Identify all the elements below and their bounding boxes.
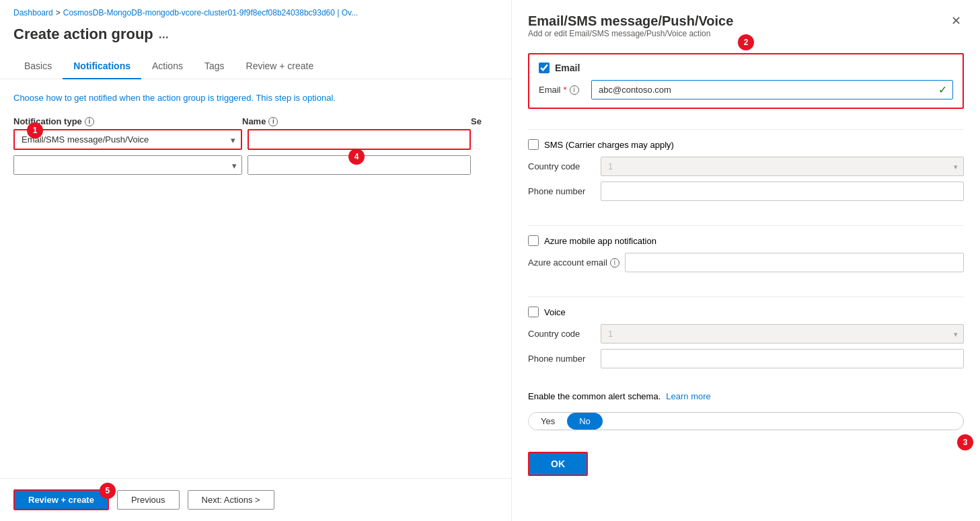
table-row-1: Email/SMS message/Push/Voice ▾ 1 — [13, 129, 498, 150]
tab-tags[interactable]: Tags — [194, 54, 235, 79]
sms-country-row: Country code 1 ▾ — [528, 157, 964, 176]
badge-5: 5 — [100, 483, 116, 499]
review-create-button[interactable]: Review + create — [13, 489, 109, 510]
page-ellipsis[interactable]: ... — [159, 28, 169, 42]
required-star: * — [564, 85, 567, 95]
voice-checkbox-label: Voice — [544, 307, 566, 317]
sms-phone-row: Phone number — [528, 182, 964, 201]
voice-country-select-wrap: 1 ▾ — [601, 324, 964, 344]
sms-checkbox-label: SMS (Carrier charges may apply) — [544, 140, 674, 150]
azure-info-icon[interactable]: i — [610, 258, 619, 268]
alert-schema-label: Enable the common alert schema. — [528, 391, 661, 401]
notification-type-info-icon[interactable]: i — [85, 117, 94, 126]
col-notification-type: Notification type i — [13, 116, 242, 126]
divider-1 — [528, 129, 964, 130]
tab-review-create[interactable]: Review + create — [235, 54, 325, 79]
azure-checkbox-row: Azure mobile app notification — [528, 235, 964, 246]
ok-button[interactable]: OK — [528, 452, 588, 476]
badge-1: 1 — [27, 122, 43, 138]
flyout-panel: Email/SMS message/Push/Voice Add or edit… — [511, 0, 980, 521]
azure-email-label: Azure account email i — [528, 257, 619, 268]
voice-section: Voice Country code 1 ▾ Phone number — [528, 307, 964, 374]
sms-checkbox-row: SMS (Carrier charges may apply) — [528, 139, 964, 150]
voice-phone-label: Phone number — [528, 354, 595, 364]
name-info-icon[interactable]: i — [268, 117, 278, 126]
alert-schema-yes-button[interactable]: Yes — [529, 413, 567, 430]
sms-phone-input[interactable] — [601, 182, 964, 201]
azure-section: Azure mobile app notification Azure acco… — [528, 235, 964, 278]
alert-schema-no-button[interactable]: No — [567, 413, 603, 430]
voice-country-label: Country code — [528, 329, 595, 339]
voice-phone-row: Phone number — [528, 349, 964, 368]
badge-4: 4 — [348, 149, 365, 165]
sms-country-select[interactable]: 1 — [601, 157, 963, 175]
email-checkbox-row: Email — [539, 63, 953, 73]
voice-country-row: Country code 1 ▾ — [528, 324, 964, 344]
step-description: Choose how to get notified when the acti… — [13, 93, 498, 103]
notification-type-select-wrap-2: ▾ — [13, 155, 242, 175]
tab-actions[interactable]: Actions — [141, 54, 194, 79]
azure-email-row: Azure account email i — [528, 253, 964, 272]
divider-3 — [528, 296, 964, 297]
email-field-label: Email * i — [539, 85, 586, 95]
badge-2: 2 — [738, 34, 754, 50]
voice-checkbox[interactable] — [528, 307, 539, 317]
azure-email-input[interactable] — [625, 253, 964, 272]
breadcrumb-sep1: > — [56, 8, 61, 17]
name-input-1[interactable] — [249, 130, 469, 149]
notification-type-select-wrap-1: Email/SMS message/Push/Voice ▾ — [13, 129, 242, 150]
tab-basics[interactable]: Basics — [13, 54, 63, 79]
email-input-wrap: ✓ — [591, 80, 953, 99]
sms-phone-label: Phone number — [528, 186, 595, 196]
voice-country-select[interactable]: 1 — [601, 325, 963, 343]
sms-checkbox[interactable] — [528, 139, 539, 150]
content-area: Choose how to get notified when the acti… — [0, 79, 511, 478]
next-button[interactable]: Next: Actions > — [188, 490, 274, 510]
badge-3: 3 — [957, 434, 973, 450]
alert-schema-row: Enable the common alert schema. Learn mo… — [528, 391, 964, 401]
flyout-title: Email/SMS message/Push/Voice Add or edit… — [528, 13, 733, 49]
email-input[interactable] — [592, 81, 938, 99]
previous-button[interactable]: Previous — [117, 490, 180, 510]
notification-type-select-1[interactable]: Email/SMS message/Push/Voice — [15, 130, 241, 149]
email-info-icon[interactable]: i — [570, 85, 579, 95]
col-name: Name i — [242, 116, 471, 126]
divider-2 — [528, 225, 964, 226]
table-header: Notification type i Name i Se — [13, 116, 498, 126]
name-input-wrap-1 — [248, 129, 471, 150]
page-title: Create action group ... — [0, 23, 511, 54]
breadcrumb-dashboard[interactable]: Dashboard — [13, 8, 53, 17]
email-field-row: Email * i ✓ — [539, 80, 953, 99]
alert-schema-toggle-group: Yes No — [528, 412, 964, 430]
notification-type-select-2[interactable] — [14, 156, 241, 174]
sms-section: SMS (Carrier charges may apply) Country … — [528, 139, 964, 206]
sms-country-select-wrap: 1 ▾ — [601, 157, 964, 176]
flyout-close-button[interactable]: ✕ — [948, 13, 964, 28]
review-create-wrap: Review + create 5 — [13, 489, 109, 510]
footer-bar: Review + create 5 Previous Next: Actions… — [0, 478, 511, 521]
table-row-2: ▾ 4 — [13, 155, 498, 175]
voice-phone-input[interactable] — [601, 349, 964, 368]
sms-country-label: Country code — [528, 161, 595, 171]
learn-more-link[interactable]: Learn more — [666, 391, 710, 401]
azure-checkbox-label: Azure mobile app notification — [544, 236, 656, 246]
voice-checkbox-row: Voice — [528, 307, 964, 317]
email-section: Email Email * i ✓ — [528, 53, 964, 109]
tabs-bar: Basics Notifications Actions Tags Review… — [0, 54, 511, 79]
breadcrumb: Dashboard > CosmosDB-MongoDB-mongodb-vco… — [0, 0, 511, 23]
azure-checkbox[interactable] — [528, 235, 539, 246]
breadcrumb-resource[interactable]: CosmosDB-MongoDB-mongodb-vcore-cluster01… — [63, 8, 358, 17]
email-checkbox-label: Email — [555, 63, 580, 73]
email-check-icon: ✓ — [938, 83, 947, 96]
ok-wrap: OK 3 — [528, 441, 964, 476]
tab-notifications[interactable]: Notifications — [63, 54, 141, 79]
email-checkbox[interactable] — [539, 63, 550, 73]
col-se: Se — [471, 116, 511, 126]
